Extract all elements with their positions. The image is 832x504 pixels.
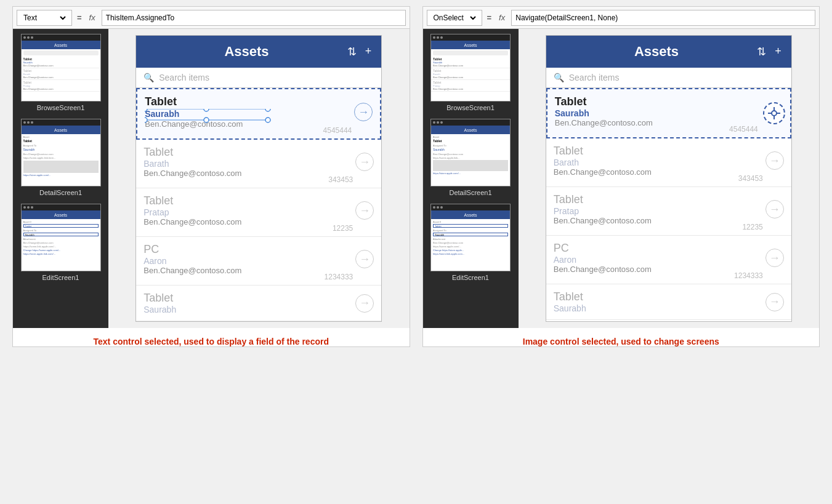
right-equals-sign: = xyxy=(486,13,493,22)
right-item-5-sub: Saurabh xyxy=(554,303,761,313)
left-app-header-icons: ⇅ + xyxy=(347,45,372,58)
left-app-preview: Assets ⇅ + 🔍 Search items xyxy=(108,29,410,328)
right-item-4-title: PC xyxy=(554,242,761,255)
left-property-select[interactable]: Text OnSelect xyxy=(21,13,68,23)
left-panel-content: Assets Tablet Saurabh Ben.Change@contoso… xyxy=(13,29,410,328)
right-search-placeholder: Search items xyxy=(569,73,620,82)
left-item-3-arrow[interactable]: → xyxy=(355,201,374,220)
right-list-item-5[interactable]: Tablet Saurabh → xyxy=(546,284,791,320)
right-property-dropdown[interactable]: OnSelect Text xyxy=(427,10,482,26)
left-sort-icon[interactable]: ⇅ xyxy=(347,45,357,58)
left-item-1-content: Tablet Saurabh xyxy=(145,95,349,129)
left-item-4-arrow[interactable]: → xyxy=(355,250,374,268)
left-browse-screen-thumb[interactable]: Assets Tablet Saurabh Ben.Change@contoso… xyxy=(17,34,105,111)
left-item-1-num: 4545444 xyxy=(323,126,352,136)
right-sort-icon[interactable]: ⇅ xyxy=(757,45,766,58)
left-item-2-num: 343453 xyxy=(328,175,353,185)
right-app-frame: Assets ⇅ + 🔍 Search items xyxy=(546,35,792,322)
left-list-item-1[interactable]: Tablet Saurabh xyxy=(136,88,381,140)
right-browse-label: BrowseScreen1 xyxy=(446,104,495,111)
right-list-item-2[interactable]: Tablet Barath Ben.Change@contoso.com 343… xyxy=(546,138,791,187)
left-browse-thumb-img: Assets Tablet Saurabh Ben.Change@contoso… xyxy=(21,34,101,102)
right-app-header: Assets ⇅ + xyxy=(546,36,791,68)
right-item-4-sub: Aaron xyxy=(554,255,761,265)
left-search-placeholder: Search items xyxy=(159,73,209,82)
left-property-dropdown[interactable]: Text OnSelect xyxy=(17,10,72,26)
right-item-3-sub2: Ben.Change@contoso.com xyxy=(554,216,761,225)
right-caption: Image control selected, used to change s… xyxy=(423,337,820,346)
left-fx-label: fx xyxy=(87,13,98,22)
left-list-item-5[interactable]: Tablet Saurabh → xyxy=(136,286,381,321)
right-item-5-arrow[interactable]: → xyxy=(765,293,784,311)
right-panel-content: Assets Tablet Saurabh Ben.Change@contoso… xyxy=(423,29,820,328)
left-item-1-sub2: Ben.Change@contoso.com xyxy=(145,119,349,129)
right-browse-thumb-img: Assets Tablet Saurabh Ben.Change@contoso… xyxy=(430,34,511,102)
right-item-1-sub: Saurabh xyxy=(555,108,783,118)
left-item-2-arrow[interactable]: → xyxy=(355,153,374,171)
left-item-5-title: Tablet xyxy=(143,292,350,305)
right-item-3-title: Tablet xyxy=(554,193,761,206)
right-detail-screen-thumb[interactable]: Assets Asset Tablet Assigned To Saurabh … xyxy=(427,119,515,196)
left-item-3-content: Tablet Pratap Ben.Change@contoso.com xyxy=(143,194,350,226)
right-detail-label: DetailScreen1 xyxy=(449,189,491,196)
right-formula-input[interactable] xyxy=(511,10,815,26)
right-browse-screen-thumb[interactable]: Assets Tablet Saurabh Ben.Change@contoso… xyxy=(427,34,515,111)
left-add-icon[interactable]: + xyxy=(365,45,372,58)
right-item-2-content: Tablet Barath Ben.Change@contoso.com xyxy=(554,145,761,177)
left-item-3-sub2: Ben.Change@contoso.com xyxy=(143,217,350,226)
left-list-item-4[interactable]: PC Aaron Ben.Change@contoso.com 1234333 … xyxy=(136,237,381,286)
right-image-control-icon[interactable] xyxy=(763,102,785,124)
left-detail-screen-thumb[interactable]: Assets Asset Tablet Assigned To Saurabh … xyxy=(17,119,105,196)
left-item-1-sub: Saurabh xyxy=(145,109,349,119)
left-item-3-title: Tablet xyxy=(143,194,350,207)
left-app-header: Assets ⇅ + xyxy=(136,36,381,68)
left-sidebar: Assets Tablet Saurabh Ben.Change@contoso… xyxy=(13,29,108,328)
main-row: Text OnSelect = fx Assets xyxy=(0,6,832,347)
left-formula-input[interactable] xyxy=(102,10,406,26)
right-edit-label: EditScreen1 xyxy=(452,274,489,281)
left-item-5-sub: Saurabh xyxy=(143,305,350,314)
left-item-5-arrow[interactable]: → xyxy=(355,294,374,313)
right-app-title: Assets xyxy=(556,44,757,60)
right-formula-bar: OnSelect Text = fx xyxy=(423,7,820,29)
right-edit-thumb-img: Assets Asset 0 Tablet Assigned To Saurab… xyxy=(430,204,511,271)
left-item-2-title: Tablet xyxy=(143,146,350,159)
right-search-icon: 🔍 xyxy=(554,73,564,82)
left-item-1-title: Tablet xyxy=(145,95,349,108)
left-item-5-content: Tablet Saurabh xyxy=(143,292,350,314)
right-list-item-3[interactable]: Tablet Pratap Ben.Change@contoso.com 122… xyxy=(546,187,791,236)
left-item-3-sub: Pratap xyxy=(143,207,350,217)
right-property-select[interactable]: OnSelect Text xyxy=(431,13,478,23)
right-item-1-num: 4545444 xyxy=(729,125,758,135)
left-item-4-sub2: Ben.Change@contoso.com xyxy=(143,266,350,275)
right-list-item-4[interactable]: PC Aaron Ben.Change@contoso.com 1234333 … xyxy=(546,236,791,284)
left-list-item-2[interactable]: Tablet Barath Ben.Change@contoso.com 343… xyxy=(136,140,381,188)
svg-point-8 xyxy=(772,111,777,116)
right-item-4-arrow[interactable]: → xyxy=(765,249,784,267)
left-search-bar[interactable]: 🔍 Search items xyxy=(136,68,381,88)
left-detail-label: DetailScreen1 xyxy=(39,189,82,196)
right-item-5-title: Tablet xyxy=(554,290,761,303)
right-add-icon[interactable]: + xyxy=(775,45,782,58)
left-item-4-title: PC xyxy=(143,243,350,256)
left-edit-screen-thumb[interactable]: Assets Asset 0 Tablet Assigned To Saurab… xyxy=(17,204,105,281)
right-app-preview: Assets ⇅ + 🔍 Search items xyxy=(519,29,820,328)
right-search-bar[interactable]: 🔍 Search items xyxy=(546,68,791,88)
left-list-item-3[interactable]: Tablet Pratap Ben.Change@contoso.com 122… xyxy=(136,188,381,237)
right-item-2-sub: Barath xyxy=(554,158,761,167)
right-edit-screen-thumb[interactable]: Assets Asset 0 Tablet Assigned To Saurab… xyxy=(427,204,515,281)
right-list-item-1[interactable]: Tablet Saurabh Ben.Change@contoso.com 45… xyxy=(546,88,791,138)
left-item-2-sub2: Ben.Change@contoso.com xyxy=(143,169,350,178)
left-item-2-content: Tablet Barath Ben.Change@contoso.com xyxy=(143,146,350,178)
right-sidebar: Assets Tablet Saurabh Ben.Change@contoso… xyxy=(423,29,519,328)
right-item-3-sub: Pratap xyxy=(554,206,761,216)
right-item-4-content: PC Aaron Ben.Change@contoso.com xyxy=(554,242,761,274)
left-edit-label: EditScreen1 xyxy=(42,274,79,281)
right-app-header-icons: ⇅ + xyxy=(757,45,782,58)
right-item-2-sub2: Ben.Change@contoso.com xyxy=(554,167,761,177)
right-item-3-num: 12235 xyxy=(742,223,762,233)
right-item-3-arrow[interactable]: → xyxy=(765,200,784,218)
right-item-2-arrow[interactable]: → xyxy=(765,151,784,170)
left-caption: Text control selected, used to display a… xyxy=(13,337,410,346)
left-item-1-arrow[interactable]: → xyxy=(354,103,373,121)
